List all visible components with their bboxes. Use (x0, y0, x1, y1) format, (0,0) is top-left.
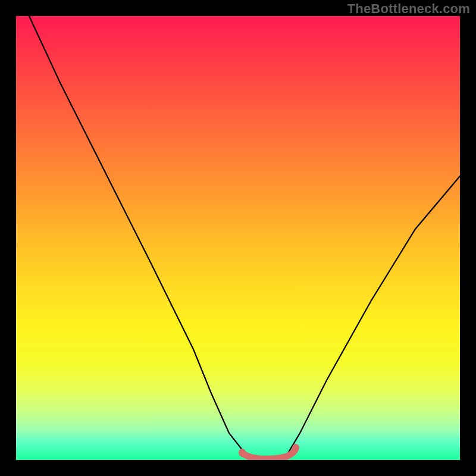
highlight-start-dot (239, 449, 246, 456)
main-curve (29, 16, 460, 460)
plot-area (16, 16, 460, 460)
highlight-end-dot (292, 444, 299, 451)
highlight-band (242, 449, 296, 459)
chart-stage: TheBottleneck.com (0, 0, 476, 476)
curve-layer (16, 16, 460, 460)
watermark-text: TheBottleneck.com (347, 1, 470, 17)
